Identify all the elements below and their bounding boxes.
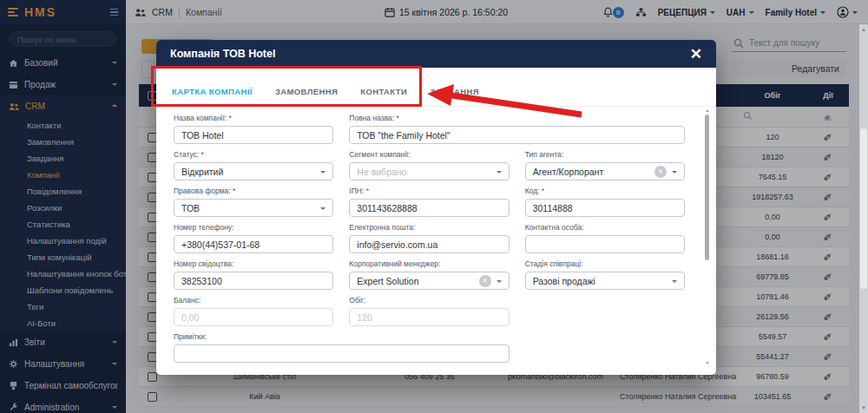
field-value: ТОВ bbox=[181, 203, 200, 213]
field-label: Номер телефону: bbox=[174, 223, 333, 232]
field-value: Агент/Корпорант bbox=[533, 167, 604, 177]
select-field[interactable]: Разові продажі bbox=[525, 272, 685, 290]
close-icon[interactable]: ✕ bbox=[690, 47, 702, 62]
field-value: 0,00 bbox=[181, 312, 199, 323]
input-field[interactable]: 30114888 bbox=[525, 199, 685, 217]
field-value: 301143628888 bbox=[357, 203, 417, 213]
input-field[interactable]: 120 bbox=[349, 308, 509, 326]
scroll-down-icon[interactable]: ▼ bbox=[704, 360, 711, 365]
annotation-arrow bbox=[427, 83, 588, 122]
field-label: Стадія співпраці: bbox=[525, 259, 685, 268]
select-field[interactable]: Відкритий bbox=[174, 162, 333, 180]
chevron-down-icon bbox=[496, 280, 502, 285]
field-label: Назва компанії: * bbox=[174, 114, 333, 122]
input-field[interactable]: info@servio.com.ua bbox=[349, 235, 509, 253]
input-field[interactable]: ТОВ Hotel bbox=[174, 126, 333, 144]
input-field[interactable] bbox=[525, 235, 685, 253]
select-field[interactable]: Expert Solution× bbox=[349, 272, 509, 290]
scroll-up-icon[interactable]: ▲ bbox=[859, 25, 868, 34]
select-field[interactable]: ТОВ bbox=[174, 199, 333, 217]
field-label: Контактна особа: bbox=[525, 223, 685, 232]
field-value: 120 bbox=[357, 312, 372, 323]
modal-scrollbar[interactable]: ▲ ▼ bbox=[705, 108, 710, 365]
field-value: ТОВ "the Family Hotel" bbox=[357, 130, 450, 141]
field-label: Правова форма: * bbox=[174, 187, 333, 195]
field-value: Не вибрано bbox=[357, 167, 406, 177]
scrollbar-thumb[interactable] bbox=[860, 128, 867, 289]
field-label: Код: * bbox=[525, 187, 685, 195]
scroll-down-icon[interactable]: ▼ bbox=[859, 403, 868, 412]
field-label: Статус: * bbox=[174, 150, 333, 159]
modal-title: Компанія ТОВ Hotel bbox=[170, 48, 275, 60]
input-field[interactable]: 38253100 bbox=[174, 272, 333, 290]
field-value: 30114888 bbox=[533, 203, 573, 213]
scrollbar-thumb[interactable] bbox=[705, 115, 709, 260]
chevron-down-icon bbox=[320, 207, 326, 213]
field-value: Разові продажі bbox=[533, 276, 595, 286]
input-field[interactable]: ТОВ "the Family Hotel" bbox=[349, 126, 685, 144]
field-value: ТОВ Hotel bbox=[181, 130, 224, 141]
field-label: Баланс: bbox=[174, 296, 333, 305]
clear-icon[interactable]: × bbox=[479, 275, 491, 287]
company-form: Назва компанії: *ТОВ HotelПовна назва: *… bbox=[156, 107, 716, 363]
input-field[interactable]: 301143628888 bbox=[349, 199, 509, 217]
field-value: Expert Solution bbox=[357, 276, 418, 286]
input-field[interactable]: +380(44)537-01-68 bbox=[174, 235, 333, 253]
field-value: info@servio.com.ua bbox=[357, 239, 437, 250]
field-label: Електронна пошта: bbox=[349, 223, 509, 232]
input-field[interactable]: 0,00 bbox=[174, 308, 333, 326]
field-label: Сегмент компанії: bbox=[349, 150, 509, 159]
field-label: Примітки: bbox=[174, 332, 510, 341]
field-value: Відкритий bbox=[181, 167, 223, 177]
chevron-down-icon bbox=[496, 171, 502, 176]
field-label: Обіг: bbox=[349, 296, 509, 305]
field-label: Корпоративний менеджер: bbox=[349, 259, 509, 268]
field-label: ІПН: * bbox=[349, 187, 509, 195]
input-field[interactable] bbox=[174, 344, 510, 363]
chevron-down-icon bbox=[672, 280, 677, 285]
app-window: HMS CRM Компанії 15 квітня 2026 р. 16:50… bbox=[0, 0, 868, 413]
modal-header: Компанія ТОВ Hotel ✕ bbox=[156, 40, 716, 68]
select-field[interactable]: Агент/Корпорант× bbox=[525, 162, 685, 180]
field-label: Номер свідоцтва: bbox=[174, 259, 333, 268]
field-label: Тип агента: bbox=[525, 150, 685, 159]
scroll-up-icon[interactable]: ▲ bbox=[704, 108, 711, 113]
clear-icon[interactable]: × bbox=[654, 166, 667, 178]
field-value: +380(44)537-01-68 bbox=[181, 239, 260, 250]
annotation-rectangle bbox=[151, 66, 422, 107]
select-field[interactable]: Не вибрано bbox=[349, 162, 509, 180]
chevron-down-icon bbox=[320, 171, 326, 176]
field-value: 38253100 bbox=[181, 276, 222, 286]
page-scrollbar[interactable]: ▲ ▼ bbox=[859, 24, 868, 413]
chevron-down-icon bbox=[672, 171, 677, 176]
